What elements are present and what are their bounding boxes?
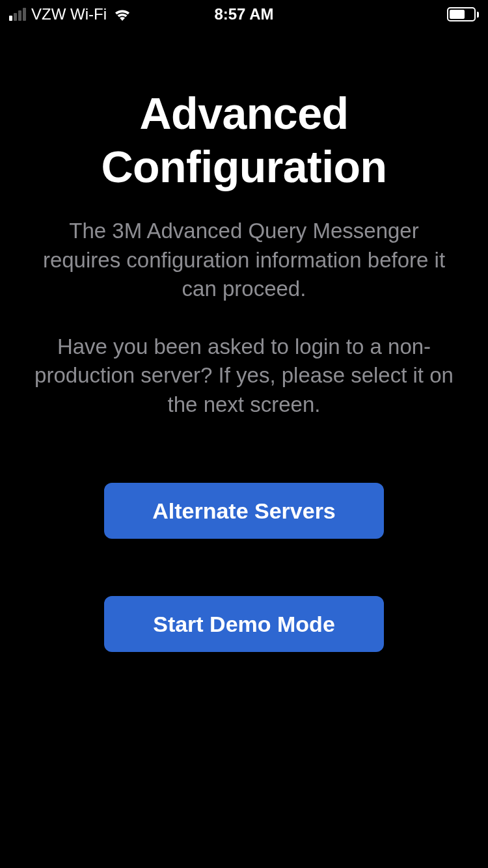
- description-block: The 3M Advanced Query Messenger requires…: [33, 217, 455, 419]
- battery-icon: [447, 7, 479, 21]
- carrier-label: VZW Wi-Fi: [31, 5, 107, 23]
- alternate-servers-button[interactable]: Alternate Servers: [104, 483, 384, 539]
- description-paragraph-2: Have you been asked to login to a non-pr…: [33, 332, 455, 420]
- status-bar: VZW Wi-Fi 8:57 AM: [0, 0, 488, 29]
- status-bar-left: VZW Wi-Fi: [9, 5, 131, 23]
- status-bar-right: [447, 7, 479, 21]
- cellular-signal-icon: [9, 8, 26, 21]
- status-bar-time: 8:57 AM: [214, 5, 273, 23]
- page-title: Advanced Configuration: [33, 87, 455, 193]
- button-group: Alternate Servers Start Demo Mode: [33, 483, 455, 652]
- main-content: Advanced Configuration The 3M Advanced Q…: [0, 29, 488, 652]
- wifi-icon: [113, 8, 131, 21]
- description-paragraph-1: The 3M Advanced Query Messenger requires…: [33, 217, 455, 304]
- start-demo-mode-button[interactable]: Start Demo Mode: [104, 596, 384, 652]
